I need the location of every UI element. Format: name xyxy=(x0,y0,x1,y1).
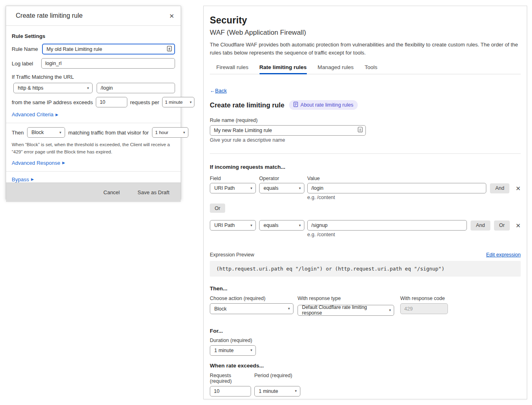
waf-description: The Cloudflare WAF provides both automat… xyxy=(210,41,521,57)
caret-down-icon: ▾ xyxy=(190,101,192,104)
period-select[interactable]: 1 minute ▾ xyxy=(162,97,194,107)
waf-panel: Security WAF (Web Application Firewall) … xyxy=(203,6,527,399)
expression-preview-label: Expression Preview xyxy=(210,252,254,258)
page-title: Security xyxy=(210,15,521,26)
match-heading: If incoming requests match... xyxy=(210,164,521,170)
response-type-select[interactable]: Default Cloudflare rate limiting respons… xyxy=(298,305,394,316)
and-button[interactable]: And xyxy=(471,220,490,231)
duration-select[interactable]: 1 minute ▾ xyxy=(210,345,256,356)
dialog-body: Rule Settings Rule Name Log label If Tra… xyxy=(6,26,181,183)
action-select[interactable]: Block ▾ xyxy=(27,127,65,138)
remove-condition-icon[interactable]: ✕ xyxy=(515,222,521,229)
legacy-rate-limit-dialog: Create rate limiting rule ✕ Rule Setting… xyxy=(6,6,181,200)
response-code-input xyxy=(400,303,448,314)
rule-name-label: Rule name (required) xyxy=(210,118,521,123)
save-as-draft-button[interactable]: Save as Draft xyxy=(137,189,169,195)
rule-name-input[interactable] xyxy=(210,125,366,136)
chevron-right-icon: ▶ xyxy=(62,161,65,165)
threshold-suffix: requests per xyxy=(130,99,159,105)
operator-label: Operator xyxy=(259,176,307,181)
action-select[interactable]: Block ▾ xyxy=(210,303,293,314)
response-code-label: With response code xyxy=(400,296,449,301)
threshold-prefix: from the same IP address exceeds xyxy=(12,99,93,105)
rule-name-label: Rule Name xyxy=(12,46,38,52)
create-rule-heading: Create rate limiting rule xyxy=(210,101,284,109)
match-row: URI Path ▾ equals ▾ And ✕ xyxy=(210,183,521,193)
divider xyxy=(6,171,181,172)
advanced-response-link[interactable]: Advanced Response ▶ xyxy=(12,160,65,166)
chevron-right-icon: ▶ xyxy=(55,113,58,117)
then-suffix: matching traffic from that visitor for xyxy=(68,130,149,136)
edit-expression-link[interactable]: Edit expression xyxy=(486,252,521,258)
dialog-title: Create rate limiting rule xyxy=(16,12,82,19)
value-helper: e.g. /content xyxy=(307,232,521,237)
log-label-input[interactable] xyxy=(41,58,175,69)
block-duration-select[interactable]: 1 hour ▾ xyxy=(152,127,188,138)
cancel-button[interactable]: Cancel xyxy=(103,189,120,195)
caret-down-icon: ▾ xyxy=(288,307,290,311)
value-label: Value xyxy=(307,176,320,181)
about-rate-limiting-badge[interactable]: About rate limiting rules xyxy=(289,100,358,110)
waf-tabs: Firewall rules Rate limiting rules Manag… xyxy=(210,64,521,74)
period-label: Period (required) xyxy=(254,373,292,384)
caret-down-icon: ▾ xyxy=(250,187,252,190)
tab-firewall-rules[interactable]: Firewall rules xyxy=(216,64,249,74)
field-select[interactable]: URI Path ▾ xyxy=(210,183,256,193)
autofill-icon xyxy=(358,127,363,134)
rule-settings-heading: Rule Settings xyxy=(12,33,175,39)
response-type-label: With response type xyxy=(298,296,394,301)
caret-down-icon: ▾ xyxy=(59,131,61,134)
dialog-footer: Cancel Save as Draft xyxy=(6,183,181,202)
duration-label: Duration (required) xyxy=(210,338,521,343)
waf-subtitle: WAF (Web Application Firewall) xyxy=(210,29,521,37)
and-button[interactable]: And xyxy=(490,183,509,193)
requests-input[interactable] xyxy=(210,386,251,397)
expression-preview: (http.request.uri.path eq "/login") or (… xyxy=(210,261,521,277)
tab-tools[interactable]: Tools xyxy=(365,64,378,74)
match-row: URI Path ▾ equals ▾ And Or ✕ xyxy=(210,220,521,231)
requests-label: Requests (required) xyxy=(210,373,254,384)
advanced-criteria-link[interactable]: Advanced Criteria ▶ xyxy=(12,111,58,118)
divider xyxy=(210,153,521,154)
value-helper: e.g. /content xyxy=(307,195,521,200)
tab-rate-limiting-rules[interactable]: Rate limiting rules xyxy=(260,64,307,74)
period-select[interactable]: 1 minute ▾ xyxy=(254,386,300,397)
rule-name-helper: Give your rule a descriptive name xyxy=(210,137,521,143)
field-select[interactable]: URI Path ▾ xyxy=(210,220,256,231)
caret-down-icon: ▾ xyxy=(87,86,89,90)
traffic-match-heading: If Traffic Matching the URL xyxy=(12,74,175,80)
action-label: Choose action (required) xyxy=(210,296,293,301)
chevron-right-icon: ▶ xyxy=(31,177,34,181)
remove-condition-icon[interactable]: ✕ xyxy=(515,185,521,191)
then-heading: Then... xyxy=(210,285,521,292)
field-label: Field xyxy=(210,176,259,181)
for-heading: For... xyxy=(210,328,521,334)
caret-down-icon: ▾ xyxy=(295,389,297,393)
bypass-link[interactable]: Bypass ▶ xyxy=(12,176,34,183)
caret-down-icon: ▾ xyxy=(183,131,185,134)
dialog-header: Create rate limiting rule ✕ xyxy=(6,6,181,26)
back-link[interactable]: ←Back xyxy=(210,88,227,94)
threshold-input[interactable] xyxy=(96,97,127,107)
arrow-left-icon: ← xyxy=(210,88,215,94)
operator-select[interactable]: equals ▾ xyxy=(259,220,304,231)
scheme-select[interactable]: http & https ▾ xyxy=(13,83,93,93)
divider xyxy=(6,123,181,123)
autofill-icon xyxy=(167,46,172,52)
url-pattern-input[interactable] xyxy=(97,83,175,93)
or-button[interactable]: Or xyxy=(210,204,225,213)
rule-name-input[interactable] xyxy=(42,44,175,55)
value-input[interactable] xyxy=(307,220,467,231)
or-button[interactable]: Or xyxy=(494,220,510,231)
docs-icon xyxy=(293,102,298,108)
close-icon[interactable]: ✕ xyxy=(169,13,174,19)
operator-select[interactable]: equals ▾ xyxy=(259,183,304,193)
caret-down-icon: ▾ xyxy=(299,187,301,190)
rate-heading: When rate exceeds... xyxy=(210,363,521,369)
value-input[interactable] xyxy=(307,183,486,193)
caret-down-icon: ▾ xyxy=(299,224,301,227)
caret-down-icon: ▾ xyxy=(250,224,252,227)
tab-managed-rules[interactable]: Managed rules xyxy=(318,64,354,74)
block-note: When “Block” is set, when the threshold … xyxy=(12,141,175,156)
caret-down-icon: ▾ xyxy=(389,308,391,312)
